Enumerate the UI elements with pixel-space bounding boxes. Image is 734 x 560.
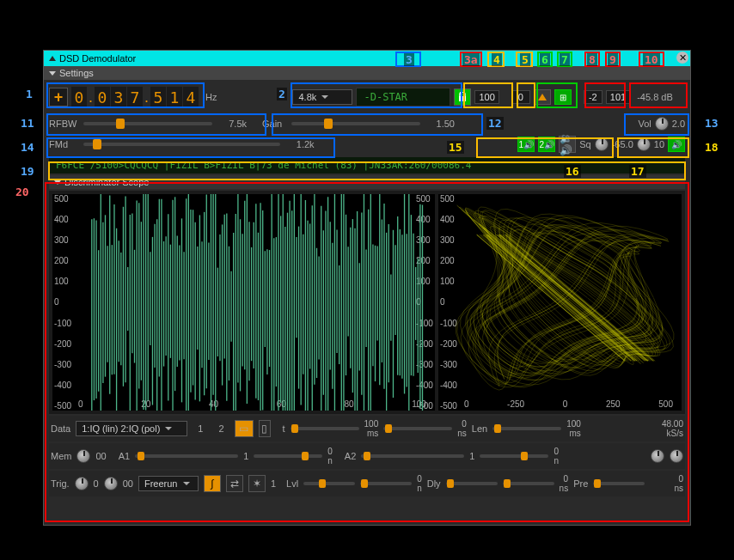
- mem-knob2[interactable]: [651, 449, 664, 463]
- title-text: DSD Demodulator: [59, 53, 136, 64]
- anno-1: 1: [24, 88, 34, 100]
- trig-label: Trig.: [51, 478, 70, 489]
- sq-label: Sq: [579, 139, 590, 149]
- gain-slider[interactable]: [291, 122, 420, 125]
- t-label: t: [283, 423, 285, 434]
- mem-knob[interactable]: [76, 449, 90, 463]
- fmd-label: FMd: [49, 139, 80, 149]
- val-101[interactable]: 101: [606, 90, 630, 104]
- val-100[interactable]: 100: [474, 90, 499, 104]
- val-0[interactable]: 0: [511, 90, 530, 104]
- mem-controls: Mem 00 A1 1 0n A2 1 0n: [49, 443, 685, 469]
- anno-3: 3: [404, 53, 414, 66]
- data-label: Data: [51, 423, 70, 434]
- anno-2: 2: [277, 88, 287, 100]
- t-slider2[interactable]: [383, 427, 452, 430]
- sq-knob[interactable]: [595, 137, 609, 151]
- svg-line-151: [497, 234, 645, 361]
- bandwidth-select[interactable]: 4.8k: [292, 89, 352, 105]
- anno-6: 6: [540, 53, 550, 66]
- trig-knob2[interactable]: [104, 477, 118, 490]
- edge-button[interactable]: ∫: [204, 475, 221, 492]
- triangle-button[interactable]: [534, 89, 551, 105]
- audio2-button[interactable]: 2🔊: [538, 137, 555, 152]
- freq-digit[interactable]: 3: [111, 87, 126, 107]
- pre-slider[interactable]: [593, 482, 645, 485]
- val-neg2[interactable]: -2: [584, 90, 602, 104]
- mem-knob3[interactable]: [670, 449, 683, 463]
- speaker-button[interactable]: 🔊: [668, 137, 685, 152]
- knob-10[interactable]: [637, 137, 651, 151]
- freq-digit[interactable]: 0: [71, 87, 87, 107]
- anno-7: 7: [560, 53, 570, 66]
- trig-00: 00: [123, 478, 133, 489]
- anno-16: 16: [564, 165, 581, 178]
- a1-slider[interactable]: [135, 454, 238, 458]
- vol-knob[interactable]: [655, 117, 669, 131]
- lvl-slider[interactable]: [303, 482, 355, 485]
- row-rfbw-gain: RFBW 7.5k Gain 1.50 Vol 2.0: [44, 114, 690, 133]
- anno-12: 12: [486, 117, 504, 130]
- polar-chart: 5004003002001000-100-200-300-400-500 0-2…: [438, 194, 682, 411]
- vol-value: 2.0: [672, 119, 685, 129]
- svg-line-186: [500, 234, 648, 361]
- fmd-slider[interactable]: [83, 143, 280, 146]
- freq-digit[interactable]: 7: [127, 87, 143, 107]
- rfbw-label: RFBW: [49, 119, 80, 129]
- close-button[interactable]: ✕: [676, 52, 688, 64]
- svg-line-155: [483, 234, 631, 361]
- lvl-slider2[interactable]: [360, 482, 412, 485]
- display-mode1-button[interactable]: ▭: [235, 420, 254, 437]
- data-select[interactable]: 1:IQ (lin) 2:IQ (pol): [76, 421, 187, 436]
- anno-19: 19: [19, 165, 36, 178]
- pre-label: Pre: [573, 478, 588, 489]
- anno-10: 10: [643, 53, 660, 66]
- val-10: 10: [654, 139, 664, 149]
- t-slider[interactable]: [291, 427, 359, 430]
- anno-20: 20: [14, 186, 31, 198]
- n1[interactable]: 1: [193, 423, 208, 434]
- anno-4: 4: [492, 53, 502, 66]
- n2[interactable]: 2: [213, 423, 229, 434]
- freq-digit[interactable]: 1: [167, 87, 182, 107]
- audio-combined-button[interactable]: 🔉🔊: [559, 136, 576, 153]
- scope-caret-icon: [54, 180, 61, 185]
- status-bar: F6FCE /5100>CQCQCQ |F1ZIL B>F1ZIL B|73 d…: [49, 157, 685, 173]
- chevron-down-icon: [183, 482, 190, 485]
- anno-18: 18: [703, 141, 720, 154]
- mem-label: Mem: [51, 451, 71, 461]
- a1-val: 1: [243, 451, 248, 461]
- gain-value: 1.50: [424, 119, 455, 129]
- trig-mode-select[interactable]: Freerun: [138, 476, 199, 491]
- freq-dot: .: [88, 88, 94, 107]
- trig-knob1[interactable]: [75, 477, 89, 490]
- grid-button[interactable]: ⊞: [554, 89, 572, 105]
- waveform-chart: 5004003002001000-100-200-300-400-500 500…: [52, 194, 435, 411]
- freq-digit[interactable]: 5: [150, 87, 166, 107]
- a2-slider[interactable]: [361, 454, 464, 458]
- freq-digit[interactable]: 0: [95, 87, 110, 107]
- display-mode2-button[interactable]: ▯: [259, 420, 271, 437]
- len-slider[interactable]: [492, 427, 561, 430]
- bandwidth-value: 4.8k: [298, 92, 316, 102]
- both-edge-button[interactable]: ⇄: [226, 475, 243, 492]
- svg-line-178: [483, 234, 631, 361]
- anno-8: 8: [587, 53, 597, 66]
- a1-slider2[interactable]: [254, 454, 322, 458]
- lock-button[interactable]: [454, 88, 471, 106]
- a2-val: 1: [469, 451, 474, 461]
- scope-header[interactable]: Discriminator Scope: [49, 175, 685, 189]
- freq-digit[interactable]: 4: [183, 87, 199, 107]
- cross-button[interactable]: ✶: [248, 475, 266, 492]
- frequency-display[interactable]: 0 . 0 3 7 . 5 1 4: [71, 87, 199, 107]
- audio1-button[interactable]: 1🔊: [517, 137, 535, 152]
- dly-slider2[interactable]: [503, 482, 554, 485]
- dly-slider[interactable]: [446, 482, 498, 485]
- a2-slider2[interactable]: [480, 454, 548, 458]
- fmd-value: 1.2k: [284, 139, 315, 149]
- rfbw-slider[interactable]: [83, 122, 212, 125]
- mode-display: -D-STAR: [356, 88, 450, 107]
- settings-header[interactable]: Settings: [44, 66, 690, 80]
- len-label: Len: [472, 423, 487, 434]
- add-button[interactable]: +: [49, 88, 68, 107]
